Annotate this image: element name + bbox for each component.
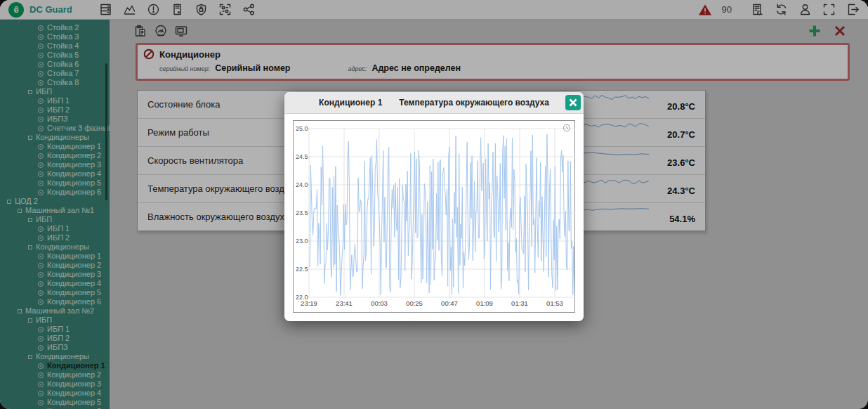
history-clock-icon[interactable] — [563, 124, 571, 132]
close-modal-button[interactable] — [565, 95, 581, 110]
chart-modal: Кондиционер 1Температура окружающего воз… — [284, 92, 584, 321]
chart-plot — [294, 121, 576, 312]
close-icon — [568, 98, 578, 108]
x-axis-tick: 00:03 — [366, 299, 393, 307]
temperature-chart: 25.024.524.023.523.022.522.023:1923:4100… — [293, 120, 575, 313]
x-axis-tick: 23:19 — [296, 299, 322, 307]
y-axis-tick: 25.0 — [296, 125, 308, 132]
app-window: ê DC Guard 90 — [0, 0, 868, 409]
chart-title-device: Кондиционер 1 — [319, 98, 382, 108]
x-axis-tick: 00:25 — [401, 299, 428, 307]
chart-title-metric: Температура окружающего воздуха — [399, 98, 549, 108]
x-axis-tick: 01:53 — [541, 299, 568, 307]
y-axis-tick: 24.0 — [296, 181, 308, 188]
x-axis-tick: 00:47 — [436, 299, 463, 307]
x-axis-tick: 23:41 — [331, 299, 357, 307]
y-axis-tick: 22.5 — [296, 266, 308, 273]
y-axis-tick: 23.0 — [296, 238, 308, 245]
y-axis-tick: 23.5 — [296, 209, 308, 216]
y-axis-tick: 24.5 — [296, 153, 308, 160]
x-axis-tick: 01:09 — [471, 299, 498, 307]
chart-modal-title: Кондиционер 1Температура окружающего воз… — [319, 98, 549, 108]
x-axis-tick: 01:31 — [506, 299, 533, 307]
chart-modal-header: Кондиционер 1Температура окружающего воз… — [284, 92, 584, 114]
